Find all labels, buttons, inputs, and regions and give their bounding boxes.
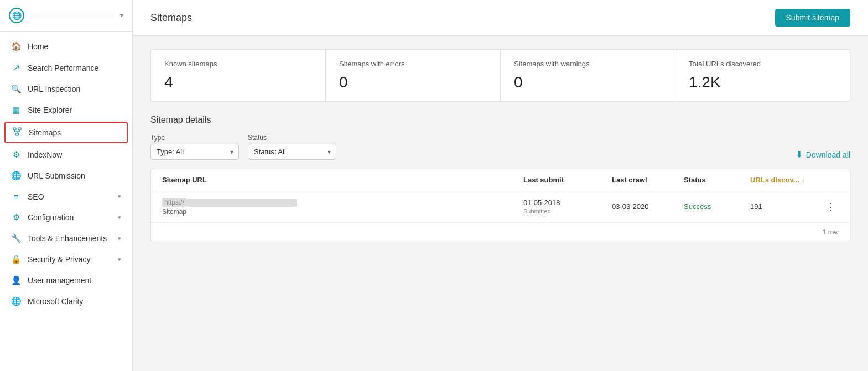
sidebar-item-indexnow[interactable]: ⚙ IndexNow — [0, 144, 132, 165]
stat-sitemaps-errors: Sitemaps with errors 0 — [326, 50, 501, 101]
sidebar-section-label: Tools & Enhancements — [28, 234, 107, 243]
stat-value: 1.2K — [689, 74, 836, 91]
globe-icon: 🌐 — [11, 171, 21, 181]
status-badge: Success — [684, 202, 750, 211]
config-icon: ⚙ — [11, 212, 21, 222]
sidebar: 🌐 ▾ 🏠 Home ↗ Search Performance 🔍 URL In… — [0, 0, 133, 371]
sidebar-item-label: Microsoft Clarity — [28, 297, 83, 306]
filters-row: Type Type: All Sitemap Sitemap index Sta… — [150, 134, 850, 160]
col-sitemap-url: Sitemap URL — [162, 176, 523, 184]
col-actions — [822, 176, 839, 184]
col-last-crawl: Last crawl — [612, 176, 684, 184]
status-filter-label: Status — [248, 134, 336, 142]
stat-value: 4 — [164, 74, 312, 91]
sidebar-item-sitemaps[interactable]: Sitemaps — [4, 122, 128, 143]
search-icon: 🔍 — [11, 84, 21, 94]
sitemap-icon — [12, 127, 22, 138]
home-icon: 🏠 — [11, 41, 21, 51]
sidebar-item-security-privacy[interactable]: 🔒 Security & Privacy ▾ — [0, 249, 132, 270]
blurred-url — [186, 199, 297, 207]
type-filter-select[interactable]: Type: All Sitemap Sitemap index — [150, 144, 239, 160]
sidebar-item-microsoft-clarity[interactable]: 🌐 Microsoft Clarity — [0, 291, 132, 312]
chevron-down-icon[interactable]: ▾ — [120, 12, 123, 19]
sidebar-item-label: Home — [28, 42, 48, 51]
page-title: Sitemaps — [150, 12, 192, 24]
sidebar-item-site-explorer[interactable]: ▦ Site Explorer — [0, 100, 132, 121]
table-row: https:// Sitemap 01-05-2018 Submitted 03… — [151, 191, 850, 223]
chevron-icon: ▾ — [118, 214, 121, 221]
sitemap-type-label: Sitemap — [162, 208, 523, 216]
sidebar-item-url-submission[interactable]: 🌐 URL Submission — [0, 165, 132, 186]
sitemaps-table: Sitemap URL Last submit Last crawl Statu… — [150, 169, 850, 242]
sidebar-section-label: Security & Privacy — [28, 255, 91, 264]
stat-label: Sitemaps with errors — [339, 60, 487, 68]
grid-icon: ▦ — [11, 105, 21, 115]
download-all-button[interactable]: ⬇ Download all — [796, 149, 850, 160]
sidebar-item-label: Sitemaps — [29, 128, 61, 137]
stat-value: 0 — [514, 74, 662, 91]
col-last-submit: Last submit — [523, 176, 612, 184]
col-status: Status — [684, 176, 750, 184]
last-submit-cell: 01-05-2018 Submitted — [523, 198, 612, 215]
sidebar-item-label: URL Submission — [28, 171, 85, 180]
sidebar-item-home[interactable]: 🏠 Home — [0, 36, 132, 57]
sidebar-item-label: Site Explorer — [28, 106, 72, 114]
user-icon: 👤 — [11, 275, 21, 285]
main-content: Sitemaps Submit sitemap Known sitemaps 4… — [133, 0, 868, 371]
sidebar-item-search-performance[interactable]: ↗ Search Performance — [0, 57, 132, 79]
submit-sitemap-button[interactable]: Submit sitemap — [775, 9, 850, 27]
svg-rect-2 — [16, 133, 19, 135]
stat-total-urls: Total URLs discovered 1.2K — [675, 50, 850, 101]
row-actions-button[interactable]: ⋮ — [822, 201, 839, 213]
submitted-label: Submitted — [523, 208, 612, 215]
sitemap-url-cell: https:// Sitemap — [162, 198, 523, 216]
last-crawl-date: 03-03-2020 — [612, 202, 684, 211]
download-icon: ⬇ — [796, 149, 803, 160]
lock-icon: 🔒 — [11, 254, 21, 264]
sidebar-item-user-management[interactable]: 👤 User management — [0, 270, 132, 291]
stat-label: Total URLs discovered — [689, 60, 836, 68]
sidebar-item-label: IndexNow — [28, 150, 62, 159]
seo-icon: ≡ — [11, 192, 21, 201]
download-all-label: Download all — [806, 150, 850, 159]
sitemap-url-text: https:// — [162, 198, 523, 207]
sidebar-nav: 🏠 Home ↗ Search Performance 🔍 URL Inspec… — [0, 32, 132, 371]
svg-rect-0 — [13, 128, 16, 130]
trending-up-icon: ↗ — [11, 62, 21, 73]
svg-rect-1 — [18, 128, 21, 130]
sidebar-item-tools-enhancements[interactable]: 🔧 Tools & Enhancements ▾ — [0, 228, 132, 249]
sidebar-header: 🌐 ▾ — [0, 0, 132, 32]
sidebar-item-label: User management — [28, 276, 91, 285]
sidebar-item-label: Search Performance — [28, 64, 98, 72]
site-name — [30, 14, 115, 17]
settings-icon: ⚙ — [11, 150, 21, 160]
chevron-icon: ▾ — [118, 193, 121, 200]
globe-icon: 🌐 — [9, 8, 24, 23]
sidebar-item-configuration[interactable]: ⚙ Configuration ▾ — [0, 207, 132, 228]
stat-label: Known sitemaps — [164, 60, 312, 68]
stat-known-sitemaps: Known sitemaps 4 — [151, 50, 326, 101]
table-header: Sitemap URL Last submit Last crawl Statu… — [151, 169, 850, 191]
sidebar-section-label: Configuration — [28, 213, 74, 222]
type-filter-label: Type — [150, 134, 239, 142]
chevron-icon: ▾ — [118, 256, 121, 263]
section-title: Sitemap details — [150, 115, 850, 125]
sidebar-item-url-inspection[interactable]: 🔍 URL Inspection — [0, 79, 132, 100]
sidebar-item-seo[interactable]: ≡ SEO ▾ — [0, 186, 132, 207]
stat-label: Sitemaps with warnings — [514, 60, 662, 68]
microsoft-icon: 🌐 — [11, 296, 21, 306]
stat-sitemaps-warnings: Sitemaps with warnings 0 — [501, 50, 675, 101]
col-urls-discovered[interactable]: URLs discov... ↓ — [750, 176, 822, 184]
status-filter-select[interactable]: Status: All Success Error Warning — [248, 144, 336, 160]
urls-discovered-count: 191 — [750, 202, 822, 211]
stats-row: Known sitemaps 4 Sitemaps with errors 0 … — [150, 49, 850, 102]
last-submit-date: 01-05-2018 — [523, 198, 612, 207]
sidebar-item-label: URL Inspection — [28, 85, 80, 93]
tools-icon: 🔧 — [11, 233, 21, 243]
main-body: Known sitemaps 4 Sitemaps with errors 0 … — [133, 36, 868, 371]
type-filter-group: Type Type: All Sitemap Sitemap index — [150, 134, 239, 160]
main-header: Sitemaps Submit sitemap — [133, 0, 868, 36]
table-footer: 1 row — [151, 223, 850, 242]
sort-icon: ↓ — [802, 176, 805, 184]
chevron-icon: ▾ — [118, 235, 121, 242]
